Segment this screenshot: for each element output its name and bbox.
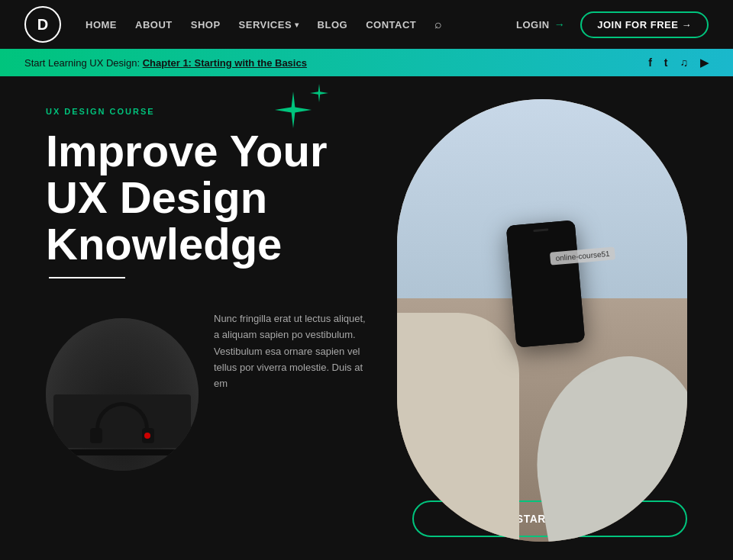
logo[interactable]: D: [24, 6, 61, 43]
hero-title: Improve Your UX Design Knowledge: [46, 128, 412, 268]
hero-section: UX DESIGN COURSE Improve Your UX Design …: [0, 76, 733, 560]
hero-left: UX DESIGN COURSE Improve Your UX Design …: [46, 107, 412, 529]
hero-thumbnail: [46, 318, 199, 471]
nav-shop[interactable]: SHOP: [191, 19, 221, 31]
hero-image-placeholder: online-course51: [397, 99, 687, 542]
search-icon[interactable]: ⌕: [434, 18, 442, 31]
nav-contact[interactable]: CONTACT: [366, 19, 416, 31]
login-arrow-icon: →: [554, 18, 566, 31]
star-decoration: [275, 92, 312, 131]
hero-body-text: Nunc fringilla erat ut lectus aliquet, a…: [214, 311, 366, 392]
nav-blog[interactable]: BLOG: [318, 19, 348, 31]
phone-device: [506, 220, 586, 348]
join-button[interactable]: JOIN FOR FREE →: [580, 11, 709, 38]
navbar-left: D HOME ABOUT SHOP SERVICES ▾ BLOG CONTAC…: [24, 6, 442, 43]
nav-about[interactable]: ABOUT: [135, 19, 173, 31]
nav-home[interactable]: HOME: [86, 19, 117, 31]
social-icons: f t ♫ ▶: [648, 56, 709, 69]
star-small-icon: [310, 84, 328, 102]
login-button[interactable]: LOGIN →: [516, 18, 565, 31]
course-label: UX DESIGN COURSE: [46, 107, 412, 116]
navbar: D HOME ABOUT SHOP SERVICES ▾ BLOG CONTAC…: [0, 0, 733, 49]
tiktok-icon[interactable]: ♫: [680, 56, 689, 69]
announcement-bar: Start Learning UX Design: Chapter 1: Sta…: [0, 49, 733, 76]
announcement-text: Start Learning UX Design: Chapter 1: Sta…: [24, 57, 307, 69]
hero-underline: [49, 277, 125, 278]
facebook-icon[interactable]: f: [648, 56, 652, 69]
youtube-icon[interactable]: ▶: [700, 56, 709, 69]
twitter-icon[interactable]: t: [664, 56, 668, 69]
announcement-link[interactable]: Chapter 1: Starting with the Basics: [143, 57, 307, 69]
hero-image-area: online-course51: [397, 99, 687, 542]
star-big-icon: [275, 92, 312, 128]
nav-services[interactable]: SERVICES ▾: [239, 19, 299, 31]
nav-links: HOME ABOUT SHOP SERVICES ▾ BLOG CONTACT …: [86, 18, 442, 31]
navbar-right: LOGIN → JOIN FOR FREE →: [516, 11, 709, 38]
chevron-down-icon: ▾: [295, 21, 299, 29]
